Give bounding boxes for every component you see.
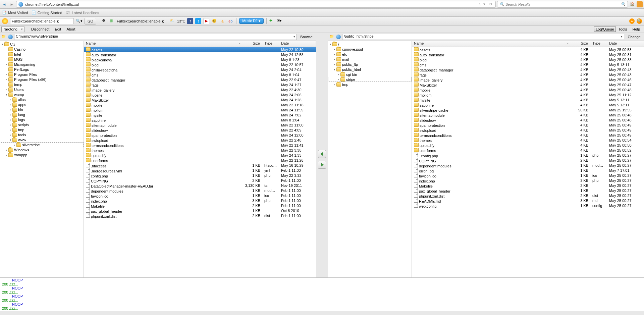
browse-button[interactable]: Browse	[298, 35, 315, 39]
weather-icon[interactable]: ⛅	[170, 18, 175, 24]
music-dj-button[interactable]: Music DJ ▾	[239, 18, 263, 24]
file-row[interactable]: swfuploadMay 22 2:48	[84, 138, 316, 143]
twisty-icon[interactable]: ▸	[5, 153, 8, 157]
col-size[interactable]: Size	[242, 41, 262, 47]
file-row[interactable]: sapphire4 KBMay 5 13:11	[412, 102, 644, 107]
file-row[interactable]: dependent.modules1 KBmodul...Feb 1 11:00	[84, 188, 316, 193]
add-tab-button[interactable]: +	[629, 18, 635, 24]
file-row[interactable]: blog4 KBMay 25 00:33	[412, 57, 644, 62]
remote-refresh-icon[interactable]	[336, 35, 341, 39]
tree-item[interactable]: ▸tmp	[0, 127, 84, 132]
ebay-icon[interactable]: eb	[227, 18, 233, 24]
file-row[interactable]: chillu-recaptchaMay 24 2:04	[84, 67, 316, 72]
upload-button[interactable]	[318, 161, 326, 169]
twisty-icon[interactable]: ▸	[9, 133, 12, 137]
col-date[interactable]: Date	[607, 41, 644, 47]
mail-icon[interactable]: ✉▾	[277, 18, 282, 24]
tree-item[interactable]: Intel	[0, 52, 84, 57]
file-row[interactable]: spamprotection4 KBMay 25 00:49	[412, 122, 644, 127]
file-row[interactable]: index.php3 KBphpFeb 1 11:00	[84, 198, 316, 203]
file-row[interactable]: pax_global_header1 KBOct 8 2010	[84, 208, 316, 213]
tree-item[interactable]: ▸bin	[0, 107, 84, 112]
twisty-icon[interactable]: ▾	[333, 68, 336, 71]
file-row[interactable]: web.config1 KBconfigMay 25 00:27	[412, 203, 644, 208]
file-row[interactable]: mysiteMay 24 7:02	[84, 112, 316, 117]
tree-item[interactable]: ▸tmp	[328, 82, 412, 87]
file-row[interactable]: COPYING2 KBMay 25 00:27	[412, 158, 644, 163]
local-up-icon[interactable]: 📁	[1, 34, 7, 40]
file-row[interactable]: blackcandy5May 8 1:23	[84, 57, 316, 62]
tree-item[interactable]: ▸lang	[0, 112, 84, 117]
twisty-icon[interactable]: ▸	[9, 118, 12, 121]
tree-item[interactable]: MGS	[0, 57, 84, 62]
twisty-icon[interactable]: ▸	[333, 53, 336, 56]
file-row[interactable]: uploadify4 KBMay 25 00:50	[412, 143, 644, 148]
file-row[interactable]: pax_global_header1 KBMay 25 00:27	[412, 188, 644, 193]
file-row[interactable]: Makefile2 KBFeb 1 11:00	[84, 203, 316, 208]
bookmark-star-icon[interactable]: ☆	[478, 2, 481, 6]
twisty-icon[interactable]: ▸	[5, 148, 8, 152]
file-row[interactable]: userforms4 KBMay 25 00:52	[412, 148, 644, 153]
file-row[interactable]: mobile4 KBMay 25 00:48	[412, 87, 644, 92]
change-button[interactable]: Change	[626, 35, 643, 39]
file-row[interactable]: image_gallery4 KBMay 25 00:46	[412, 77, 644, 82]
file-row[interactable]: uploadifyMay 24 1:33	[84, 153, 316, 158]
file-row[interactable]: silverstripe-cache56 KBMay 25 19:55	[412, 107, 644, 112]
tree-item[interactable]: temp	[0, 82, 84, 87]
smiley-icon[interactable]: 😊	[211, 18, 217, 24]
menu-help[interactable]: Help	[630, 27, 643, 32]
file-row[interactable]: faqs4 KBMay 25 00:43	[412, 72, 644, 77]
menu-log-queue[interactable]: Log/Queue	[594, 27, 615, 32]
file-row[interactable]: dataobject_manager4 KBMay 25 00:43	[412, 67, 644, 72]
twisty-icon[interactable]: ▸	[13, 143, 16, 147]
file-row[interactable]: phpunit.xml.dist2 KBdistMay 25 00:27	[412, 193, 644, 198]
twisty-icon[interactable]: ▾	[1, 43, 4, 46]
file-row[interactable]: image_galleryMay 22 4:30	[84, 87, 316, 92]
log-pane[interactable]: NOOP200 Zzz...NOOP200 Zzz...NOOP200 Zzz.…	[0, 277, 644, 311]
tree-item[interactable]: ▸Program Files	[0, 72, 84, 77]
go-button[interactable]: GO	[85, 18, 96, 24]
file-row[interactable]: index.php3 KBphpMay 25 00:27	[412, 178, 644, 183]
twisty-icon[interactable]: ▸	[9, 113, 12, 116]
twisty-icon[interactable]: ▾	[5, 93, 8, 96]
file-row[interactable]: cmsMay 8 1:04	[84, 72, 316, 77]
file-row[interactable]: swfupload4 KBMay 25 00:49	[412, 127, 644, 133]
twisty-icon[interactable]: ▸	[9, 128, 12, 132]
local-refresh-icon[interactable]	[8, 35, 13, 39]
col-size[interactable]: Size	[570, 41, 590, 47]
twisty-icon[interactable]: ▸	[337, 73, 340, 76]
file-row[interactable]: .mergesources.yml1 KBymlFeb 1 11:00	[84, 168, 316, 173]
tree-item[interactable]: ▾C:\	[0, 42, 84, 47]
col-type[interactable]: Type	[590, 41, 607, 47]
file-row[interactable]: favicon.ico1 KBicoFeb 1 11:00	[84, 193, 316, 198]
file-row[interactable]: faqsMay 24 1:27	[84, 82, 316, 87]
col-name[interactable]: Name▴	[84, 41, 242, 47]
back-button[interactable]: ◄	[1, 1, 7, 7]
file-row[interactable]: _config.php1 KBphpMay 25 00:27	[412, 153, 644, 158]
twisty-icon[interactable]: ▸	[337, 78, 340, 81]
tree-item[interactable]: ▸logs	[0, 117, 84, 122]
remote-up-icon[interactable]: 📁	[329, 34, 335, 40]
menu-disconnect[interactable]: Disconnect	[29, 27, 52, 32]
file-row[interactable]: spamprotectionMay 24 12:00	[84, 133, 316, 138]
tree-item[interactable]: ▾www	[0, 137, 84, 142]
firefox-icon[interactable]	[637, 1, 643, 7]
twisty-icon[interactable]: ▸	[5, 63, 8, 66]
file-row[interactable]: MaxSkitterMay 24 1:28	[84, 97, 316, 102]
file-row[interactable]: slideshowMay 22 4:09	[84, 127, 316, 133]
file-row[interactable]: sapphireMay 8 1:04	[84, 117, 316, 122]
twisty-icon[interactable]: ▸	[9, 108, 12, 111]
file-row[interactable]: assets4 KBMay 25 00:53	[412, 47, 644, 52]
twisty-icon[interactable]: ▾	[9, 138, 12, 142]
tree-item[interactable]: ▸etc	[328, 52, 412, 57]
twisty-icon[interactable]: ▸	[333, 83, 336, 86]
tree-item[interactable]: ▾wamp	[0, 92, 84, 97]
youtube-icon[interactable]: ▶	[203, 18, 209, 24]
file-row[interactable]: COPYING2 KBFeb 1 11:00	[84, 178, 316, 183]
tree-item[interactable]: ▸xamppp	[0, 152, 84, 157]
bookmark-most-visited[interactable]: 📑Most Visited	[2, 10, 28, 15]
file-row[interactable]: config.php1 KBphpMay 22 3:32	[84, 173, 316, 178]
dropdown-icon[interactable]: ▾	[483, 2, 485, 6]
file-row[interactable]: mollomMay 24 11:59	[84, 107, 316, 112]
forward-button[interactable]: ►	[9, 1, 15, 7]
